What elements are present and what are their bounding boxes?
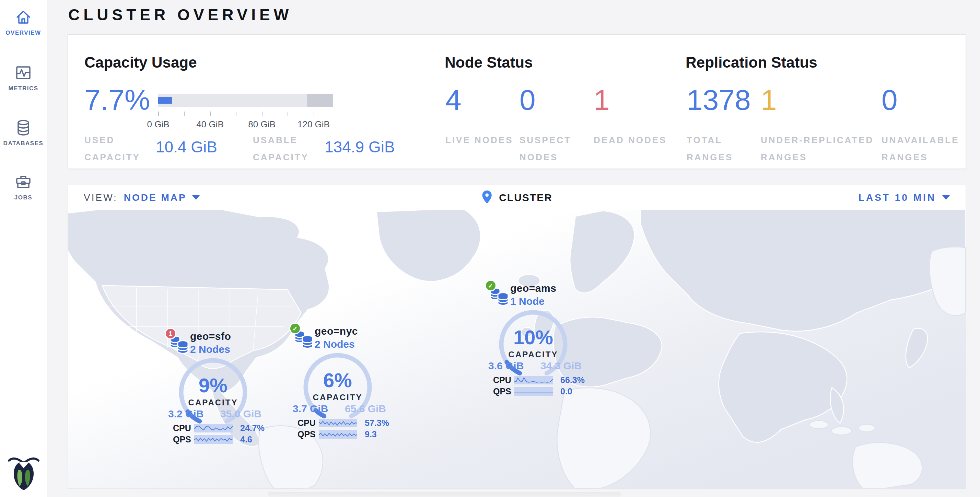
qps-label: QPS [173,435,194,444]
cpu-label: CPU [173,423,194,433]
time-range-dropdown[interactable]: LAST 10 MIN [859,192,950,203]
view-label: VIEW: [84,192,118,203]
healthy-badge: ✓ [485,280,496,292]
map-pin-icon [481,190,493,205]
metrics-icon [0,64,47,82]
sidebar-item-label: METRICS [0,85,47,92]
gauge-tick [158,112,159,116]
locality-used-capacity: 3.6 GiB [488,360,523,372]
gauge-tick [313,112,314,116]
qps-label: QPS [298,429,319,439]
cpu-row: CPU 24.7% [173,422,264,434]
locality-name: geo=nyc [315,325,358,337]
locality-capacity-percent: 10% [495,326,571,349]
capacity-used-percent: 7.7% [84,86,150,114]
live-nodes-label: LIVE NODES [445,131,524,149]
locality-marker-sfo[interactable]: 1 geo=sfo 2 Nodes 9% CAPACITY 3.2 GiB [163,328,266,441]
gauge-tick-label: 80 GiB [234,119,289,130]
usable-capacity-value: 134.9 GiB [325,138,395,156]
live-nodes-count: 4 [445,86,461,114]
cpu-sparkline [319,419,357,427]
locality-node-count: 1 Node [510,296,544,307]
cpu-label: CPU [298,418,319,428]
breadcrumb[interactable]: CLUSTER [481,190,552,205]
locality-marker-nyc[interactable]: ✓ geo=nyc 2 Nodes 6% CAPACITY 3.7 GiB [288,323,391,436]
view-bar: VIEW: NODE MAP CLUSTER LAST 10 MIN [68,185,966,210]
qps-sparkline [514,387,553,396]
capacity-gauge: 0 GiB 40 GiB 80 GiB 120 GiB [158,94,333,135]
locality-name: geo=sfo [190,331,231,342]
gauge-reserved-segment [307,94,333,107]
cpu-sparkline [194,424,233,432]
qps-sparkline [194,435,233,444]
time-range-value: LAST 10 MIN [859,192,936,203]
qps-row: QPS 9.3 [298,429,389,440]
gauge-tick-label: 120 GiB [286,119,341,130]
sidebar-item-label: JOBS [0,194,47,201]
under-replicated-ranges-label: UNDER-REPLICATED RANGES [761,131,884,166]
unavailable-ranges-count: 0 [881,86,898,114]
qps-sparkline [319,430,357,439]
locality-used-capacity: 3.2 GiB [168,408,204,420]
view-mode-dropdown[interactable]: NODE MAP [124,192,200,203]
under-replicated-ranges-count: 1 [761,86,777,114]
capacity-usage-title: Capacity Usage [84,54,197,71]
gauge-track [158,94,333,107]
chevron-down-icon [942,195,950,200]
view-mode-value: NODE MAP [124,192,187,203]
page-title: CLUSTER OVERVIEW [68,5,292,24]
dead-nodes-count: 1 [593,86,610,114]
gauge-tick [288,112,288,116]
sidebar-item-metrics[interactable]: METRICS [0,64,47,92]
cpu-label: CPU [493,375,514,385]
locality-total-capacity: 34.3 GiB [541,360,582,372]
cluster-summary-card: Capacity Usage Node Status Replication S… [68,34,966,169]
used-capacity-value: 10.4 GiB [156,138,217,156]
gauge-tick-label: 0 GiB [131,119,186,130]
cockroachdb-logo [8,452,40,492]
capacity-label: CAPACITY [495,350,571,359]
healthy-badge: ✓ [289,323,301,334]
gauge-tick [262,112,262,116]
qps-value: 4.6 [240,435,252,444]
usable-capacity-label: USABLE CAPACITY [253,131,315,166]
suspect-nodes-count: 0 [520,86,536,114]
gauge-tick [236,112,236,116]
gauge-used-fill [158,97,172,104]
locality-node-count: 2 Nodes [190,344,230,355]
home-icon [0,8,47,26]
qps-value: 9.3 [365,429,377,439]
suspect-nodes-label: SUSPECT NODES [520,131,598,166]
briefcase-icon [0,173,47,191]
dead-nodes-label: DEAD NODES [593,131,673,149]
sidebar-item-label: OVERVIEW [0,30,47,37]
total-ranges-count: 1378 [687,86,751,114]
qps-label: QPS [493,387,514,397]
cpu-value: 66.3% [560,375,585,385]
locality-marker-ams[interactable]: ✓ geo=ams 1 Node 10% CAPACITY 3.6 GiB [484,280,586,393]
cpu-value: 57.3% [365,418,389,428]
error-badge: 1 [165,328,177,339]
gauge-tick [210,112,211,116]
capacity-label: CAPACITY [175,398,251,408]
cpu-row: CPU 66.3% [493,374,585,386]
sidebar-item-overview[interactable]: OVERVIEW [0,8,47,37]
locality-name: geo=ams [510,282,556,294]
used-capacity-label: USED CAPACITY [84,131,146,166]
locality-node-count: 2 Nodes [315,338,355,350]
horizontal-scrollbar[interactable] [268,492,621,497]
gauge-tick [184,112,185,116]
locality-capacity-percent: 6% [300,369,375,392]
unavailable-ranges-label: UNAVAILABLE RANGES [881,131,980,166]
locality-used-capacity: 3.7 GiB [293,403,328,415]
gauge-tick-label: 40 GiB [183,119,237,130]
sidebar-item-label: DATABASES [0,140,47,147]
capacity-label: CAPACITY [300,393,375,402]
node-status-title: Node Status [445,54,533,71]
qps-row: QPS 0.0 [493,386,585,397]
sidebar-item-jobs[interactable]: JOBS [0,173,47,201]
replication-status-title: Replication Status [686,54,817,71]
node-map: 1 geo=sfo 2 Nodes 9% CAPACITY 3.2 GiB [68,210,966,489]
cpu-sparkline [514,376,553,384]
sidebar-item-databases[interactable]: DATABASES [0,119,47,147]
